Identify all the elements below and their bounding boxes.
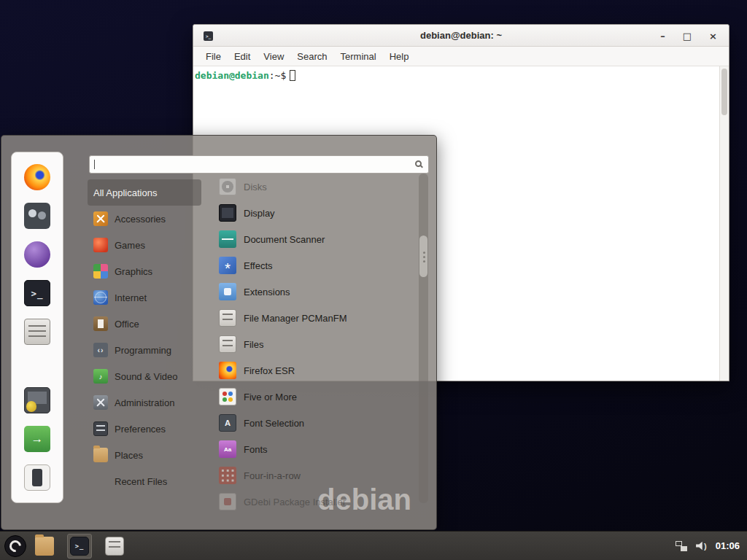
category-office[interactable]: Office — [88, 311, 201, 337]
app-label: Four-in-a-row — [244, 470, 301, 481]
app-extensions[interactable]: Extensions — [213, 279, 419, 305]
category-preferences[interactable]: Preferences — [88, 416, 201, 442]
menubar-search[interactable]: Search — [290, 51, 333, 62]
category-recent-files[interactable]: Recent Files — [88, 468, 201, 494]
terminal-favorite-button[interactable] — [24, 280, 50, 306]
terminal-prompt-line: debian@debian:~$ — [195, 70, 727, 81]
menu-search-box[interactable] — [89, 155, 429, 174]
app-disks[interactable]: Disks — [213, 174, 419, 200]
category-label: Games — [115, 240, 145, 251]
folder-icon — [35, 537, 54, 556]
search-icon — [415, 160, 422, 167]
desktop: debian@debian: ~ –□× FileEditViewSearchT… — [0, 0, 747, 560]
app-label: Disks — [244, 182, 267, 192]
file-manager-launcher[interactable] — [32, 534, 57, 559]
app-label: Firefox ESR — [244, 365, 295, 376]
files-favorite-button[interactable] — [24, 319, 50, 345]
menubar-view[interactable]: View — [257, 51, 290, 62]
prompt-user-host: debian@debian — [195, 70, 269, 81]
terminal-icon — [24, 280, 50, 306]
shutdown-button[interactable] — [24, 464, 50, 491]
app-label: Extensions — [244, 287, 290, 298]
category-label: Accessories — [115, 214, 166, 225]
preferences-icon — [93, 421, 108, 436]
menu-scrollbar[interactable] — [419, 174, 428, 503]
category-internet[interactable]: Internet — [88, 284, 201, 311]
app-files[interactable]: Files — [213, 331, 419, 357]
app-label: Font Selection — [244, 418, 304, 429]
category-graphics[interactable]: Graphics — [88, 258, 201, 284]
pidgin-favorite-button[interactable] — [24, 241, 50, 268]
pidgin-icon — [24, 241, 50, 268]
window-controls: –□× — [657, 25, 720, 47]
app-label: File Manager PCManFM — [244, 313, 347, 324]
file-manager-icon — [219, 309, 236, 327]
contacts-icon — [24, 203, 50, 229]
places-icon — [93, 448, 108, 462]
search-input[interactable] — [90, 156, 428, 173]
terminal-scrollbar[interactable] — [719, 66, 729, 381]
sound-video-icon — [93, 369, 108, 384]
category-accessories[interactable]: Accessories — [88, 206, 201, 232]
shutdown-icon — [24, 464, 50, 491]
terminal-icon — [70, 537, 89, 556]
display-icon — [219, 204, 236, 222]
menubar-file[interactable]: File — [199, 51, 228, 62]
network-icon[interactable] — [676, 541, 687, 551]
menu-button[interactable] — [4, 535, 26, 557]
firefox-favorite-button[interactable] — [24, 164, 50, 190]
category-programming[interactable]: Programming — [88, 337, 201, 363]
gdebi-icon — [219, 493, 236, 510]
app-file-manager-pcmanfm[interactable]: File Manager PCManFM — [213, 305, 419, 331]
menubar-terminal[interactable]: Terminal — [334, 51, 383, 62]
terminal-titlebar[interactable]: debian@debian: ~ –□× — [193, 25, 729, 47]
menubar-help[interactable]: Help — [383, 51, 416, 62]
contacts-favorite-button[interactable] — [24, 203, 50, 229]
font-selection-icon — [219, 414, 236, 432]
app-firefox-esr[interactable]: Firefox ESR — [213, 357, 419, 384]
app-fonts[interactable]: Fonts — [213, 436, 419, 462]
menubar-edit[interactable]: Edit — [228, 51, 257, 62]
terminal-launcher[interactable] — [67, 534, 92, 559]
files-icon — [105, 537, 124, 556]
taskbar-launchers — [32, 534, 127, 559]
app-four-in-a-row[interactable]: Four-in-a-row — [213, 462, 419, 489]
app-display[interactable]: Display — [213, 200, 419, 226]
category-label: Preferences — [115, 424, 166, 435]
lock-screen-button[interactable] — [24, 387, 50, 413]
terminal-cursor — [290, 70, 295, 81]
programming-icon — [93, 343, 108, 357]
app-gdebi-package-installer[interactable]: GDebi Package Installer — [213, 489, 419, 511]
clock[interactable]: 01:06 — [716, 540, 740, 551]
app-document-scanner[interactable]: Document Scanner — [213, 226, 419, 252]
logout-button[interactable] — [24, 426, 50, 452]
administration-icon — [93, 395, 108, 410]
category-label: Administration — [115, 397, 174, 408]
category-label: Graphics — [115, 266, 152, 277]
category-label: Office — [115, 319, 139, 330]
fonts-icon — [219, 440, 236, 458]
category-administration[interactable]: Administration — [88, 389, 201, 416]
terminal-scrollbar-thumb[interactable] — [721, 69, 727, 115]
firefox-icon — [24, 164, 50, 190]
files-launcher[interactable] — [102, 534, 127, 559]
app-effects[interactable]: Effects — [213, 252, 419, 279]
app-label: Fonts — [244, 444, 268, 455]
menu-scrollbar-thumb[interactable] — [419, 236, 427, 277]
volume-icon[interactable]: ) — [696, 541, 707, 551]
category-sound-video[interactable]: Sound & Video — [88, 363, 201, 389]
minimize-button[interactable]: – — [657, 30, 668, 42]
files-icon — [24, 319, 50, 345]
maximize-button[interactable]: □ — [680, 30, 694, 42]
app-font-selection[interactable]: Font Selection — [213, 410, 419, 436]
category-games[interactable]: Games — [88, 232, 201, 258]
games-icon — [93, 238, 108, 252]
category-all-applications[interactable]: All Applications — [88, 179, 201, 206]
category-label: All Applications — [93, 187, 157, 198]
category-label: Places — [115, 450, 143, 461]
category-places[interactable]: Places — [88, 442, 201, 468]
category-label: Internet — [115, 292, 147, 303]
internet-icon — [93, 290, 108, 305]
close-button[interactable]: × — [706, 30, 720, 42]
app-five-or-more[interactable]: Five or More — [213, 384, 419, 410]
